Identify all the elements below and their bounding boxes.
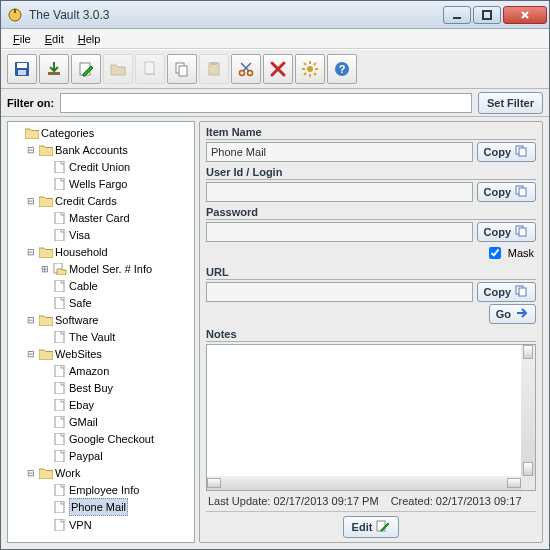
- tree-item[interactable]: ·Safe: [38, 295, 94, 311]
- menu-file[interactable]: File: [7, 31, 37, 47]
- page-icon: [53, 484, 67, 496]
- tree-category[interactable]: ⊟Software: [24, 312, 100, 328]
- page-icon: [53, 450, 67, 462]
- menu-edit[interactable]: Edit: [39, 31, 70, 47]
- tree-root[interactable]: • Categories: [10, 125, 96, 141]
- svg-rect-43: [55, 484, 64, 496]
- url-copy-button[interactable]: Copy: [477, 282, 537, 302]
- page-icon: [53, 280, 67, 292]
- close-button[interactable]: [503, 6, 547, 24]
- tree-category[interactable]: ⊟Household: [24, 244, 110, 260]
- edit-button[interactable]: Edit: [343, 516, 400, 538]
- svg-rect-7: [17, 63, 27, 68]
- copy-icon: [515, 225, 529, 239]
- expand-toggle[interactable]: ⊟: [26, 350, 35, 359]
- tree-item[interactable]: ·The Vault: [38, 329, 117, 345]
- set-filter-button[interactable]: Set Filter: [478, 92, 543, 114]
- expand-toggle[interactable]: ⊟: [26, 469, 35, 478]
- svg-rect-51: [519, 228, 526, 236]
- svg-rect-37: [55, 365, 64, 377]
- page-icon: [53, 382, 67, 394]
- folder-icon: [53, 263, 67, 275]
- svg-rect-15: [211, 62, 217, 65]
- tree-item[interactable]: ·Visa: [38, 227, 92, 243]
- expand-toggle[interactable]: ⊟: [26, 146, 35, 155]
- edit-button[interactable]: [71, 54, 101, 84]
- copy-icon: [515, 185, 529, 199]
- copy-icon: [515, 285, 529, 299]
- pencil-icon: [376, 520, 390, 534]
- tree-item[interactable]: ·GMail: [38, 414, 100, 430]
- page-icon: [53, 229, 67, 241]
- svg-rect-44: [55, 501, 64, 513]
- settings-button[interactable]: [295, 54, 325, 84]
- tree-item[interactable]: ·Cable: [38, 278, 100, 294]
- tree-item[interactable]: ·VPN: [38, 517, 94, 533]
- tree-item[interactable]: ·Employee Info: [38, 482, 141, 498]
- cut-button[interactable]: [231, 54, 261, 84]
- password-copy-button[interactable]: Copy: [477, 222, 537, 242]
- svg-rect-39: [55, 399, 64, 411]
- last-update-text: Last Update: 02/17/2013 09:17 PM: [208, 495, 379, 507]
- expand-toggle[interactable]: ⊞: [40, 265, 49, 274]
- tree-item[interactable]: ·Master Card: [38, 210, 132, 226]
- paste-button: [199, 54, 229, 84]
- expand-toggle[interactable]: ⊟: [26, 316, 35, 325]
- page-icon: [53, 365, 67, 377]
- tree-item[interactable]: ·Google Checkout: [38, 431, 156, 447]
- svg-line-26: [304, 73, 306, 75]
- category-tree[interactable]: • Categories ⊟Bank Accounts·Credit Union…: [7, 121, 195, 543]
- window-title: The Vault 3.0.3: [29, 8, 443, 22]
- tree-item[interactable]: ·Wells Fargo: [38, 176, 129, 192]
- tree-item[interactable]: ·Credit Union: [38, 159, 132, 175]
- page-icon: [53, 399, 67, 411]
- svg-rect-31: [55, 212, 64, 224]
- page-icon: [53, 212, 67, 224]
- svg-line-25: [314, 63, 316, 65]
- svg-rect-38: [55, 382, 64, 394]
- toolbar: ?: [1, 49, 549, 89]
- tree-item[interactable]: ·Paypal: [38, 448, 105, 464]
- tree-item[interactable]: ·Best Buy: [38, 380, 115, 396]
- tree-category[interactable]: ⊟Work: [24, 465, 82, 481]
- item-name-copy-button[interactable]: Copy: [477, 142, 537, 162]
- userid-copy-button[interactable]: Copy: [477, 182, 537, 202]
- minimize-button[interactable]: [443, 6, 471, 24]
- scrollbar-vertical[interactable]: [521, 345, 535, 476]
- item-name-field: [206, 142, 473, 162]
- svg-line-23: [304, 63, 306, 65]
- save-button[interactable]: [7, 54, 37, 84]
- menubar: File Edit Help: [1, 29, 549, 49]
- filter-bar: Filter on: Set Filter: [1, 89, 549, 117]
- tree-item[interactable]: ·Amazon: [38, 363, 111, 379]
- url-go-button[interactable]: Go: [489, 304, 536, 324]
- expand-toggle[interactable]: ⊟: [26, 197, 35, 206]
- folder-icon: [39, 348, 53, 360]
- tree-category[interactable]: ⊟WebSites: [24, 346, 104, 362]
- svg-rect-3: [483, 11, 491, 19]
- svg-rect-35: [55, 297, 64, 309]
- maximize-button[interactable]: [473, 6, 501, 24]
- mask-label: Mask: [508, 247, 534, 259]
- tree-category[interactable]: ⊟Bank Accounts: [24, 142, 130, 158]
- menu-help[interactable]: Help: [72, 31, 107, 47]
- svg-rect-13: [179, 66, 187, 76]
- help-button[interactable]: ?: [327, 54, 357, 84]
- import-button[interactable]: [39, 54, 69, 84]
- svg-rect-32: [55, 229, 64, 241]
- tree-item[interactable]: ·Ebay: [38, 397, 96, 413]
- page-icon: [53, 519, 67, 531]
- filter-input[interactable]: [60, 93, 472, 113]
- tree-category[interactable]: ⊟Credit Cards: [24, 193, 119, 209]
- copy-button[interactable]: [167, 54, 197, 84]
- expand-toggle[interactable]: ⊟: [26, 248, 35, 257]
- tree-item[interactable]: ⊞Model Ser. # Info: [38, 261, 154, 277]
- scrollbar-horizontal[interactable]: [207, 476, 521, 490]
- tree-item[interactable]: ·Phone Mail: [38, 498, 130, 516]
- mask-checkbox[interactable]: [489, 247, 501, 259]
- url-label: URL: [206, 266, 536, 280]
- svg-rect-2: [453, 17, 461, 19]
- svg-rect-34: [55, 280, 64, 292]
- page-icon: [53, 178, 67, 190]
- delete-button[interactable]: [263, 54, 293, 84]
